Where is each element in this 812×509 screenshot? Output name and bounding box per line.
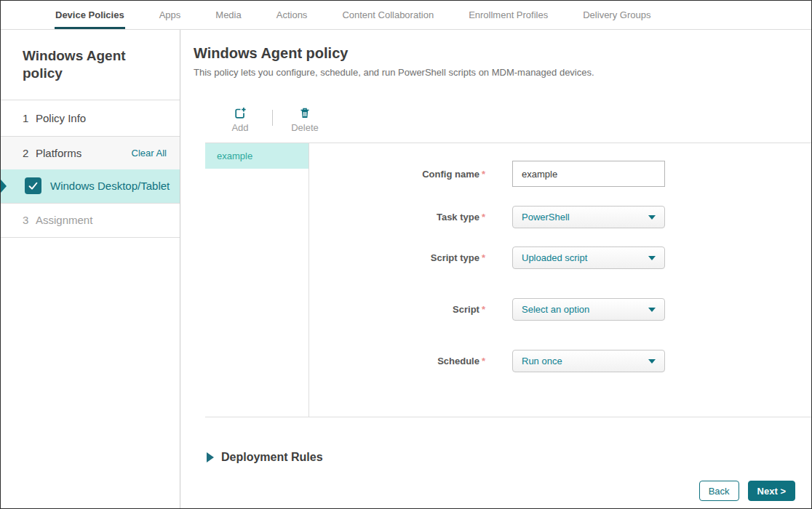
tab-delivery-groups[interactable]: Delivery Groups [583, 1, 650, 29]
config-name-field [512, 161, 665, 187]
form-row-schedule: Schedule* Run once [309, 350, 811, 372]
schedule-select[interactable]: Run once [512, 350, 665, 372]
clear-all-link[interactable]: Clear All [132, 148, 167, 159]
platform-label: Windows Desktop/Tablet [50, 180, 170, 192]
selected-value: PowerShell [522, 212, 570, 223]
add-label: Add [231, 122, 248, 133]
field-label-text: Script type [431, 252, 479, 263]
page-description: This policy lets you configure, schedule… [194, 67, 811, 78]
script-type-select[interactable]: Uploaded script [512, 247, 665, 269]
config-name-label: Config name* [309, 169, 485, 180]
selected-value: Select an option [522, 304, 589, 315]
task-type-field: PowerShell [512, 206, 665, 228]
script-select[interactable]: Select an option [512, 298, 665, 321]
list-item-example[interactable]: example [205, 143, 309, 169]
deployment-rules-label: Deployment Rules [221, 451, 323, 464]
deployment-rules-toggle[interactable]: Deployment Rules [207, 451, 811, 464]
selected-value: Run once [522, 356, 562, 366]
field-label-text: Task type [437, 212, 479, 223]
form-row-script: Script* Select an option [309, 298, 811, 321]
tab-enrollment-profiles[interactable]: Enrollment Profiles [469, 1, 548, 29]
sidebar-policy-title: Windows Agent policy [1, 30, 180, 100]
step-number: 3 [23, 214, 36, 226]
chevron-down-icon [648, 308, 656, 312]
config-panel: example Config name* Task type* [205, 143, 811, 417]
step-label: Platforms [36, 147, 81, 159]
form-row-task-type: Task type* PowerShell [309, 206, 811, 228]
config-name-input[interactable] [512, 161, 665, 187]
tab-media[interactable]: Media [215, 1, 241, 29]
tab-apps[interactable]: Apps [159, 1, 181, 29]
add-icon [234, 107, 247, 120]
toolbar-divider [272, 110, 273, 126]
delete-icon [298, 107, 311, 120]
sidebar-step-assignment[interactable]: 3 Assignment [1, 203, 180, 238]
selected-value: Uploaded script [522, 252, 587, 263]
tab-device-policies[interactable]: Device Policies [55, 1, 124, 29]
checkmark-icon [28, 180, 39, 191]
page-title: Windows Agent policy [194, 45, 811, 62]
required-marker: * [482, 212, 485, 223]
app-window: Device Policies Apps Media Actions Conte… [0, 0, 812, 509]
main-content: Windows Agent policy This policy lets yo… [180, 30, 811, 509]
script-type-field: Uploaded script [512, 247, 665, 269]
config-form: Config name* Task type* PowerShell [309, 143, 811, 417]
back-button[interactable]: Back [699, 481, 739, 501]
selected-arrow-icon [1, 180, 7, 193]
chevron-down-icon [648, 215, 656, 220]
field-label-text: Script [453, 304, 479, 315]
schedule-label: Schedule* [309, 356, 485, 366]
wizard-sidebar: Windows Agent policy 1 Policy Info 2 Pla… [1, 30, 180, 509]
schedule-field: Run once [512, 350, 665, 372]
task-type-select[interactable]: PowerShell [512, 206, 665, 228]
chevron-down-icon [648, 359, 656, 364]
field-label-text: Schedule [437, 356, 479, 366]
step-label: Policy Info [36, 112, 86, 124]
script-label: Script* [309, 304, 485, 315]
field-label-text: Config name [422, 169, 479, 180]
platform-checkbox[interactable] [25, 177, 41, 194]
form-row-script-type: Script type* Uploaded script [309, 247, 811, 269]
form-row-config-name: Config name* [309, 161, 811, 187]
next-button[interactable]: Next > [748, 481, 795, 501]
config-list: example [205, 143, 309, 417]
sidebar-step-platforms[interactable]: 2 Platforms Clear All [1, 136, 180, 169]
required-marker: * [482, 252, 485, 263]
top-navigation: Device Policies Apps Media Actions Conte… [1, 1, 811, 30]
chevron-down-icon [648, 256, 656, 260]
expand-triangle-icon [207, 452, 214, 462]
required-marker: * [482, 304, 485, 315]
delete-label: Delete [291, 122, 319, 133]
delete-button[interactable]: Delete [289, 107, 321, 133]
sidebar-step-policy-info[interactable]: 1 Policy Info [1, 100, 180, 136]
step-number: 1 [23, 112, 36, 124]
required-marker: * [482, 356, 485, 366]
required-marker: * [482, 169, 485, 180]
script-type-label: Script type* [309, 252, 485, 263]
sidebar-platform-windows-desktop-tablet[interactable]: Windows Desktop/Tablet [1, 169, 180, 203]
add-button[interactable]: Add [224, 107, 256, 133]
step-number: 2 [23, 147, 36, 159]
task-type-label: Task type* [309, 212, 485, 223]
step-label: Assignment [36, 214, 92, 226]
tab-actions[interactable]: Actions [276, 1, 308, 29]
wizard-footer: Back Next > [699, 481, 795, 501]
script-field: Select an option [512, 298, 665, 321]
config-toolbar: Add Delete [224, 107, 811, 133]
tab-content-collaboration[interactable]: Content Collaboration [342, 1, 434, 29]
